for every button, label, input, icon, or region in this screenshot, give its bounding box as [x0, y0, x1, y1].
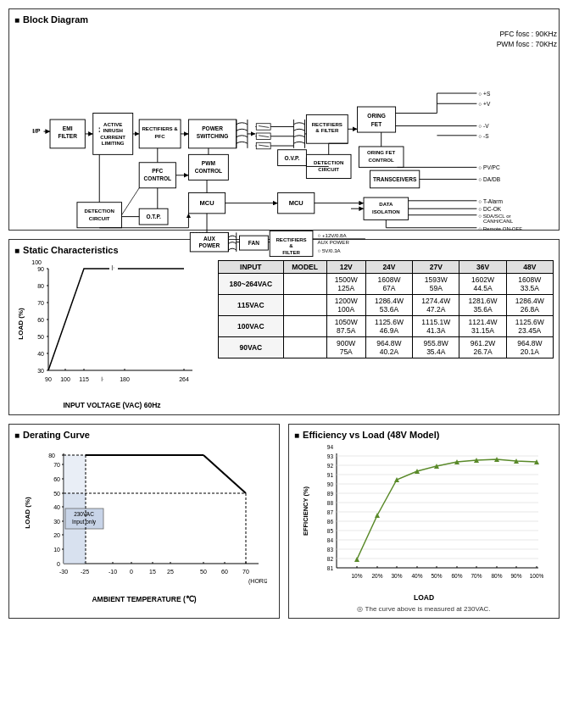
svg-text:0: 0 [57, 561, 60, 567]
svg-text:25: 25 [167, 569, 174, 575]
svg-text:115: 115 [79, 376, 89, 382]
svg-text:90: 90 [37, 266, 44, 272]
svg-text:83: 83 [327, 547, 334, 553]
svg-text:70: 70 [53, 462, 60, 468]
svg-text:O.T.P.: O.T.P. [146, 214, 161, 220]
svg-text:40: 40 [53, 504, 60, 510]
svg-text:FILTER: FILTER [58, 133, 77, 139]
table-cell [283, 337, 326, 358]
svg-text:86: 86 [327, 519, 334, 525]
table-cell: 1286.4W26.8A [506, 295, 553, 316]
load-vs-voltage-graph: 30 40 50 60 70 80 90 100 90 100 115 [14, 260, 209, 409]
svg-text:PFC: PFC [152, 168, 163, 174]
svg-text:PFC: PFC [155, 133, 166, 139]
static-characteristics-table: INPUT MODEL 12V 24V 27V 36V 48V 180~264V… [218, 260, 554, 358]
col-model: MODEL [283, 261, 326, 274]
table-cell: 1608W67A [365, 274, 412, 295]
table-cell: 1593W59A [413, 274, 459, 295]
svg-text:TRANSCEIVERS: TRANSCEIVERS [373, 176, 417, 182]
block-diagram-section: Block Diagram PFC fosc : 90KHz PWM fosc … [8, 8, 560, 231]
svg-text:87: 87 [327, 509, 334, 515]
svg-text:80: 80 [37, 283, 44, 289]
svg-text:CURRENT: CURRENT [100, 134, 125, 140]
efficiency-graph-wrap: EFFICIENCY (%) 81 82 83 84 85 86 87 88 8… [294, 445, 554, 602]
col-48v: 48V [506, 261, 553, 274]
svg-text:0: 0 [130, 569, 133, 575]
svg-line-209 [203, 455, 246, 493]
col-27v: 27V [413, 261, 459, 274]
table-cell: 1500W125A [326, 274, 365, 295]
svg-text:CONTROL: CONTROL [195, 168, 222, 174]
block-diagram-svg: I/P EMI FILTER ACTIVE INRUSH CURRENT LIM… [14, 42, 557, 225]
svg-text:85: 85 [327, 528, 334, 534]
svg-text:82: 82 [327, 556, 334, 562]
svg-text:○ -V: ○ -V [478, 123, 489, 129]
svg-text:90: 90 [327, 481, 334, 487]
svg-text:SWITCHING: SWITCHING [197, 133, 229, 139]
derating-svg: LOAD (%) 0 10 20 30 40 50 60 70 80 [21, 445, 267, 593]
table-cell: 1608W33.5A [506, 274, 553, 295]
efficiency-footer-note: ◎ The curve above is measured at 230VAC. [294, 605, 554, 613]
svg-text:DETECTION: DETECTION [85, 208, 114, 214]
table-cell: 961.2W26.7A [459, 337, 506, 358]
block-diagram-content: PFC fosc : 90KHz PWM fosc : 70KHz I/P EM… [14, 30, 557, 225]
table-cell: 1050W87.5A [326, 316, 365, 337]
col-input: INPUT [219, 261, 284, 274]
svg-text:FAN: FAN [248, 240, 259, 246]
table-input-label: 115VAC [219, 295, 284, 316]
svg-text:30: 30 [37, 368, 44, 374]
svg-text:20%: 20% [371, 573, 382, 579]
svg-text:264: 264 [179, 376, 189, 382]
table-input-label: 100VAC [219, 316, 284, 337]
svg-text:20: 20 [53, 532, 60, 538]
svg-text:ISOLATION: ISOLATION [372, 208, 400, 214]
table-cell: 1121.4W31.15A [459, 316, 506, 337]
svg-text:○ +V: ○ +V [478, 101, 491, 107]
svg-text:PWM: PWM [202, 160, 216, 166]
efficiency-x-label: LOAD [414, 593, 434, 602]
svg-text:꜏: ꜏ [101, 375, 104, 383]
bottom-row: Derating Curve LOAD (%) 0 10 20 30 40 50 [8, 424, 560, 619]
svg-text:90%: 90% [510, 573, 521, 579]
table-cell: 964.8W40.2A [365, 337, 412, 358]
svg-text:40: 40 [37, 351, 44, 357]
derating-graph-wrap: LOAD (%) 0 10 20 30 40 50 60 70 80 [14, 445, 274, 603]
svg-text:230VAC: 230VAC [74, 511, 94, 517]
col-12v: 12V [326, 261, 365, 274]
svg-text:80: 80 [48, 453, 55, 458]
svg-text:91: 91 [327, 472, 334, 478]
table-cell: 1125.6W46.9A [365, 316, 412, 337]
svg-rect-202 [64, 455, 86, 493]
svg-text:○ 5V/0.3A: ○ 5V/0.3A [318, 247, 342, 253]
svg-text:90: 90 [45, 376, 52, 382]
svg-text:10: 10 [53, 547, 60, 553]
svg-text:FET: FET [371, 121, 381, 127]
svg-text:RECTIFIERS: RECTIFIERS [276, 236, 306, 242]
col-36v: 36V [459, 261, 506, 274]
table-cell: 1602W44.5A [459, 274, 506, 295]
svg-text:EFFICIENCY (%): EFFICIENCY (%) [302, 486, 309, 536]
svg-text:15: 15 [149, 569, 156, 575]
svg-text:60: 60 [53, 476, 60, 482]
derating-curve-section: Derating Curve LOAD (%) 0 10 20 30 40 50 [8, 424, 280, 619]
derating-title: Derating Curve [14, 430, 274, 440]
svg-text:CIRCUIT: CIRCUIT [89, 215, 110, 221]
svg-text:50%: 50% [431, 573, 442, 579]
svg-text:84: 84 [327, 537, 334, 543]
svg-text:60: 60 [221, 569, 228, 575]
svg-text:DATA: DATA [379, 201, 393, 207]
svg-text:○ DC-OK: ○ DC-OK [478, 206, 502, 212]
svg-text:LOAD (%): LOAD (%) [17, 308, 25, 340]
static-table-container: INPUT MODEL 12V 24V 27V 36V 48V 180~264V… [218, 260, 554, 358]
svg-text:ACTIVE: ACTIVE [103, 121, 122, 127]
svg-text:60%: 60% [451, 573, 462, 579]
svg-text:70%: 70% [471, 573, 482, 579]
table-cell: 955.8W35.4A [413, 337, 459, 358]
svg-text:ORING FET: ORING FET [367, 149, 395, 155]
svg-text:POWER: POWER [202, 125, 223, 131]
svg-text:○ PV/PC: ○ PV/PC [478, 164, 500, 170]
table-cell: 1115.1W41.3A [413, 316, 459, 337]
svg-text:40%: 40% [411, 573, 422, 579]
svg-text:94: 94 [327, 445, 334, 450]
svg-text:POWER: POWER [198, 242, 220, 248]
